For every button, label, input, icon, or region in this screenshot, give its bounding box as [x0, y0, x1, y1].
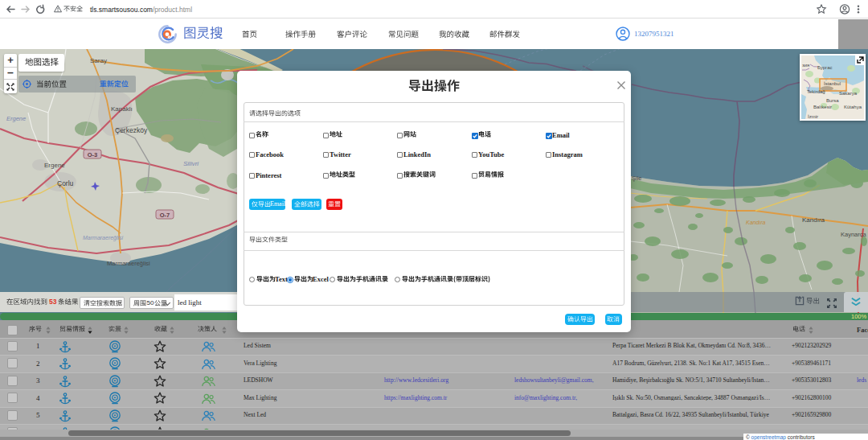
svg-text:Kapaklı: Kapaklı: [111, 105, 133, 113]
svg-text:Ergene: Ergene: [6, 115, 26, 122]
svg-text:Kandıra: Kandıra: [802, 216, 825, 224]
svg-text:O-7: O-7: [160, 212, 170, 219]
svg-text:Çerkezköy: Çerkezköy: [115, 126, 148, 134]
svg-text:Tekirdağ: Tekirdağ: [807, 89, 825, 94]
svg-text:Saray: Saray: [90, 57, 107, 64]
svg-text:Çorlu: Çorlu: [57, 179, 74, 187]
svg-text:Şile: Şile: [632, 175, 642, 182]
svg-text:Balıkesir: Balıkesir: [813, 105, 832, 109]
svg-text:Kütahya: Kütahya: [844, 105, 862, 109]
svg-text:Sakarya: Sakarya: [839, 91, 858, 96]
svg-text:Kaynarca: Kaynarca: [841, 231, 867, 238]
svg-text:зия: зия: [802, 63, 809, 68]
svg-text:Marmaraereğlisi: Marmaraereğlisi: [107, 260, 150, 267]
svg-text:Marmaraereğlisi: Marmaraereğlisi: [83, 235, 124, 241]
svg-text:İzmir: İzmir: [808, 114, 818, 119]
svg-text:Ergene: Ergene: [44, 162, 65, 169]
svg-text:Bursa: Bursa: [826, 98, 839, 103]
svg-text:Бургас: Бургас: [817, 65, 832, 70]
svg-text:İstanbul: İstanbul: [824, 81, 841, 86]
svg-text:Kandıra: Kandıra: [746, 220, 766, 225]
svg-text:Silivri: Silivri: [183, 160, 199, 167]
svg-text:O-3: O-3: [88, 151, 98, 158]
